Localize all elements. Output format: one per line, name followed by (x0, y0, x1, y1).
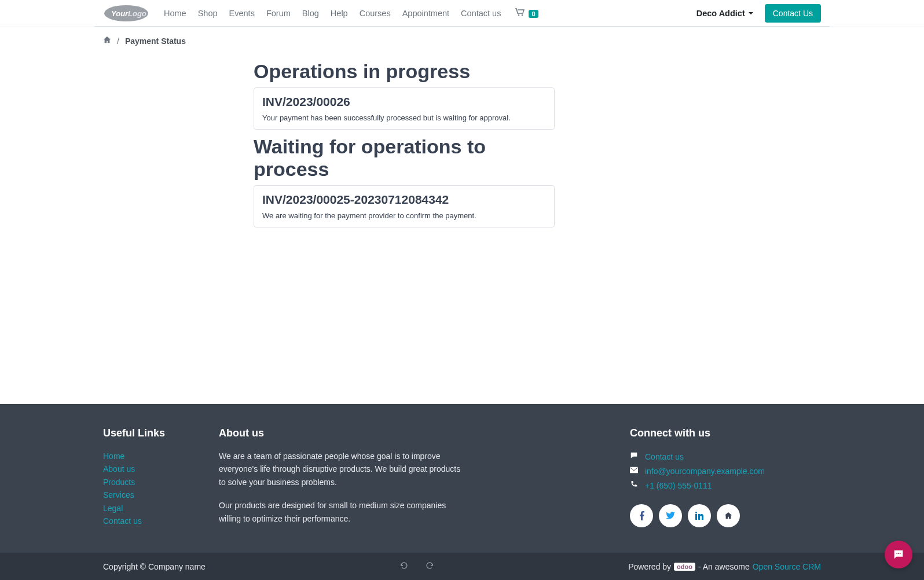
invoice-number: INV/2023/00025-20230712084342 (262, 193, 546, 207)
nav-courses[interactable]: Courses (354, 4, 397, 23)
connect-contact-link[interactable]: Contact us (645, 450, 684, 464)
nav-events[interactable]: Events (223, 4, 261, 23)
contact-us-button[interactable]: Contact Us (765, 4, 821, 23)
phone-icon (630, 479, 639, 493)
svg-point-4 (522, 14, 523, 16)
useful-links-list: Home About us Products Services Legal Co… (103, 450, 201, 527)
nav-appointment[interactable]: Appointment (397, 4, 455, 23)
invoice-number: INV/2023/00026 (262, 95, 546, 109)
connect-email-link[interactable]: info@yourcompany.example.com (645, 464, 765, 479)
chevron-down-icon (749, 12, 753, 14)
powered-by-text: Powered by (628, 562, 671, 571)
svg-point-9 (898, 553, 899, 554)
breadcrumb-separator: / (117, 36, 119, 46)
svg-point-10 (900, 553, 901, 554)
footer-link-home[interactable]: Home (103, 451, 124, 461)
chat-bubble-button[interactable] (885, 541, 912, 568)
breadcrumb-current: Payment Status (125, 36, 186, 46)
svg-text:Logo: Logo (128, 9, 146, 18)
svg-point-3 (518, 14, 520, 16)
cart-badge: 0 (529, 10, 538, 18)
odoo-badge[interactable]: odoo (674, 563, 695, 571)
breadcrumb: / Payment Status (103, 36, 821, 46)
home-icon (103, 36, 111, 44)
svg-rect-6 (695, 514, 697, 520)
breadcrumb-home[interactable] (103, 36, 111, 46)
useful-links-heading: Useful Links (103, 427, 201, 439)
connect-phone-link[interactable]: +1 (650) 555-0111 (645, 479, 712, 493)
section-title-waiting: Waiting for operations to process (254, 135, 555, 181)
svg-point-7 (695, 512, 697, 513)
svg-text:Your: Your (111, 9, 129, 18)
speech-icon (630, 450, 639, 464)
twitter-icon[interactable] (659, 504, 682, 527)
connect-heading: Connect with us (630, 427, 821, 439)
nav-help[interactable]: Help (325, 4, 354, 23)
chat-icon (892, 548, 905, 561)
invoice-card: INV/2023/00026 Your payment has been suc… (254, 87, 555, 130)
invoice-status-text: We are waiting for the payment provider … (262, 211, 546, 220)
redo-icon[interactable] (426, 561, 435, 572)
copyright-text: Copyright © Company name (103, 562, 206, 571)
nav-forum[interactable]: Forum (261, 4, 296, 23)
nav-links: Home Shop Events Forum Blog Help Courses… (158, 3, 691, 23)
linkedin-icon[interactable] (688, 504, 711, 527)
about-heading: About us (219, 427, 462, 439)
cart-link[interactable]: 0 (509, 3, 544, 23)
invoice-card: INV/2023/00025-20230712084342 We are wai… (254, 185, 555, 227)
footer-link-about[interactable]: About us (103, 464, 135, 473)
footer-link-contact[interactable]: Contact us (103, 516, 142, 526)
user-name: Deco Addict (696, 9, 745, 18)
user-dropdown[interactable]: Deco Addict (691, 4, 759, 23)
section-title-in-progress: Operations in progress (254, 60, 555, 83)
svg-point-8 (896, 553, 897, 554)
undo-icon[interactable] (399, 561, 408, 572)
svg-rect-5 (630, 467, 638, 473)
footer-link-legal[interactable]: Legal (103, 504, 123, 513)
invoice-status-text: Your payment has been successfully proce… (262, 113, 546, 122)
envelope-icon (630, 464, 639, 479)
cart-icon (515, 8, 525, 16)
logo[interactable]: Your Logo (103, 4, 149, 23)
facebook-icon[interactable] (630, 504, 653, 527)
footer-link-services[interactable]: Services (103, 490, 134, 500)
about-paragraph-1: We are a team of passionate people whose… (219, 450, 462, 489)
nav-contact[interactable]: Contact us (455, 4, 507, 23)
nav-blog[interactable]: Blog (296, 4, 325, 23)
open-source-crm-link[interactable]: Open Source CRM (753, 562, 821, 571)
nav-home[interactable]: Home (158, 4, 192, 23)
home-social-icon[interactable] (717, 504, 740, 527)
powered-mid-text: - An awesome (698, 562, 750, 571)
about-paragraph-2: Our products are designed for small to m… (219, 499, 462, 525)
footer-link-products[interactable]: Products (103, 478, 135, 487)
nav-shop[interactable]: Shop (192, 4, 223, 23)
